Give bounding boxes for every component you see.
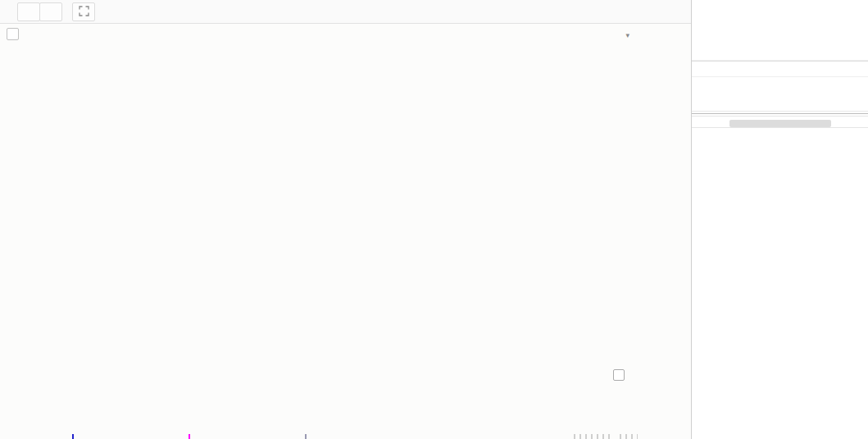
clipped-legend-tick [189,434,190,439]
weibi-row [692,77,868,94]
chevron-down-icon: ▾ [625,31,629,39]
fullscreen-icon [79,6,89,16]
quote-header [692,0,868,61]
help-icon[interactable] [7,28,19,40]
quote-stats [692,116,868,118]
quote-panel [691,0,868,439]
clipped-legend-tick [72,434,74,439]
clipped-legend-text [620,434,638,439]
zoom-out-button[interactable] [39,2,62,21]
clipped-subchart-legend [0,432,638,439]
trading-status-row [692,61,868,77]
panel-scroll-strip [692,119,868,127]
volume-legend-bar [3,369,687,381]
chart-area: ▾ [0,24,691,439]
ma-legend-bar: ▾ [3,27,687,40]
zoom-in-button[interactable] [17,2,40,21]
stock-trading-app: ▾ [0,0,868,439]
l2-promo-row [692,94,868,112]
scroll-down-button[interactable] [729,120,831,127]
fullscreen-button[interactable] [72,2,95,21]
tick-list[interactable] [692,127,868,234]
close-indicator-icon[interactable] [613,369,625,381]
clipped-legend-tick [305,434,307,439]
chart-toolbar [0,0,691,24]
gear-icon[interactable] [22,28,34,40]
book-divider [692,113,868,114]
clipped-legend-text [574,434,611,439]
ma-settings-button[interactable]: ▾ [623,27,629,40]
